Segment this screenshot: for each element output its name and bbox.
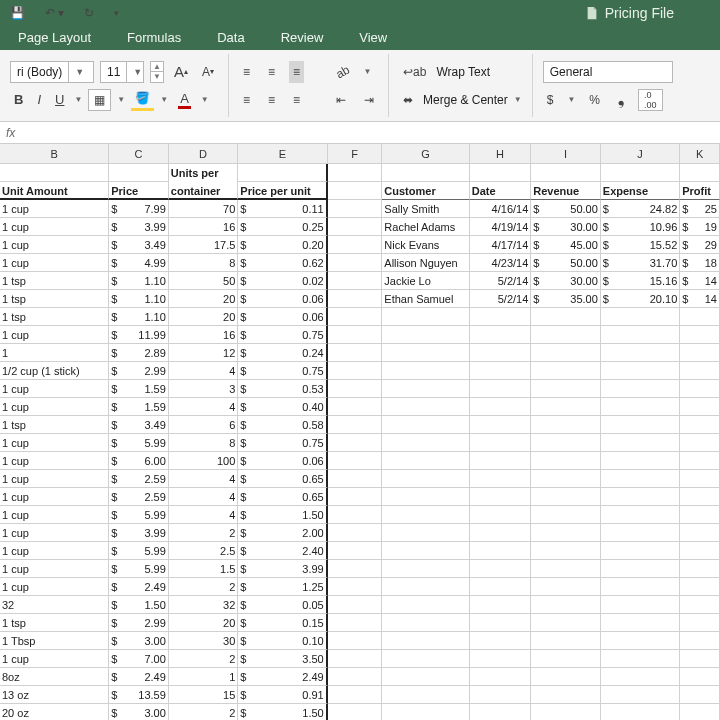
table-row[interactable]: 1 tsp$3.496$0.58 (0, 416, 720, 434)
tab-review[interactable]: Review (263, 26, 342, 50)
col-header[interactable]: D (169, 144, 239, 164)
table-row[interactable]: 1 cup$1.593$0.53 (0, 380, 720, 398)
font-size-combo[interactable]: 11▼ (100, 61, 144, 83)
col-header[interactable]: E (238, 144, 327, 164)
save-icon[interactable]: 💾 (6, 2, 29, 24)
currency-dropdown-icon[interactable]: ▼ (567, 95, 575, 104)
group-alignment: ≡ ≡ ≡ ab ▼ ≡ ≡ ≡ ⇤ ⇥ (229, 54, 389, 117)
italic-button[interactable]: I (33, 89, 45, 111)
table-row[interactable]: 1 cup$2.492$1.25 (0, 578, 720, 596)
table-row[interactable]: 1 cup$2.594$0.65 (0, 488, 720, 506)
align-left-icon[interactable]: ≡ (239, 89, 254, 111)
col-header[interactable]: I (531, 144, 601, 164)
increase-indent-icon[interactable]: ⇥ (360, 89, 378, 111)
column-headers: B C D E F G H I J K (0, 144, 720, 164)
table-row[interactable]: 1 cup$4.998$0.62Allison Nguyen4/23/14$50… (0, 254, 720, 272)
table-row[interactable]: 1 cup$7.002$3.50 (0, 650, 720, 668)
borders-button[interactable]: ▦ (88, 89, 111, 111)
align-center-icon[interactable]: ≡ (264, 89, 279, 111)
decrease-font-icon[interactable]: A▾ (198, 61, 218, 83)
underline-button[interactable]: U (51, 89, 68, 111)
table-row[interactable]: 1 tsp$1.1020$0.06Ethan Samuel5/2/14$35.0… (0, 290, 720, 308)
col-header[interactable]: G (382, 144, 469, 164)
col-header[interactable]: K (680, 144, 720, 164)
align-top-icon[interactable]: ≡ (239, 61, 254, 83)
table-row[interactable]: 1/2 cup (1 stick)$2.994$0.75 (0, 362, 720, 380)
fx-label: fx (6, 126, 15, 140)
table-row[interactable]: 1 Tbsp$3.0030$0.10 (0, 632, 720, 650)
formula-bar[interactable]: fx (0, 122, 720, 144)
table-row[interactable]: 1 cup$5.998$0.75 (0, 434, 720, 452)
ribbon-tabs: Page Layout Formulas Data Review View (0, 26, 720, 50)
decrease-indent-icon[interactable]: ⇤ (332, 89, 350, 111)
table-row[interactable]: 1 cup$5.994$1.50 (0, 506, 720, 524)
comma-button[interactable]: ❟ (614, 89, 628, 111)
tab-formulas[interactable]: Formulas (109, 26, 199, 50)
font-size-stepper[interactable]: ▲▼ (150, 61, 164, 83)
qat-customize-icon[interactable]: ▾ (110, 2, 123, 24)
table-row[interactable]: 1 cup$3.992$2.00 (0, 524, 720, 542)
group-font: ri (Body)▼ 11▼ ▲▼ A▴ A▾ B I U ▼ ▦ ▼ 🪣 ▼ … (0, 54, 229, 117)
merge-icon[interactable]: ⬌ (399, 89, 417, 111)
align-middle-icon[interactable]: ≡ (264, 61, 279, 83)
col-header[interactable]: H (470, 144, 532, 164)
group-number: General $ ▼ % ❟ .0.00 (533, 54, 683, 117)
table-row[interactable]: 1 cup$3.4917.5$0.20Nick Evans4/17/14$45.… (0, 236, 720, 254)
col-header[interactable]: C (109, 144, 169, 164)
currency-button[interactable]: $ (543, 89, 558, 111)
fontcolor-dropdown-icon[interactable]: ▼ (201, 95, 209, 104)
table-row[interactable]: 20 oz$3.002$1.50 (0, 704, 720, 720)
redo-icon[interactable]: ↻ (80, 2, 98, 24)
table-row[interactable]: 1 tsp$2.9920$0.15 (0, 614, 720, 632)
table-row[interactable]: 1 tsp$1.1020$0.06 (0, 308, 720, 326)
table-row[interactable]: 1 tsp$1.1050$0.02Jackie Lo5/2/14$30.00$1… (0, 272, 720, 290)
spreadsheet-grid[interactable]: B C D E F G H I J K Units perUnit Amount… (0, 144, 720, 720)
table-row[interactable]: 1 cup$11.9916$0.75 (0, 326, 720, 344)
font-color-button[interactable]: A (174, 89, 195, 111)
increase-decimal-button[interactable]: .0.00 (638, 89, 663, 111)
bold-button[interactable]: B (10, 89, 27, 111)
fill-dropdown-icon[interactable]: ▼ (160, 95, 168, 104)
table-row[interactable]: 1 cup$1.594$0.40 (0, 398, 720, 416)
orientation-dropdown-icon[interactable]: ▼ (363, 67, 371, 76)
font-name-combo[interactable]: ri (Body)▼ (10, 61, 94, 83)
file-icon (585, 6, 599, 20)
ribbon: ri (Body)▼ 11▼ ▲▼ A▴ A▾ B I U ▼ ▦ ▼ 🪣 ▼ … (0, 50, 720, 122)
fill-color-button[interactable]: 🪣 (131, 89, 154, 111)
borders-dropdown-icon[interactable]: ▼ (117, 95, 125, 104)
table-row[interactable]: 1 cup$5.991.5$3.99 (0, 560, 720, 578)
table-row[interactable]: 13 oz$13.5915$0.91 (0, 686, 720, 704)
window-title: Pricing File (605, 5, 674, 21)
table-row[interactable]: 32$1.5032$0.05 (0, 596, 720, 614)
tab-page-layout[interactable]: Page Layout (0, 26, 109, 50)
wrap-text-button[interactable]: Wrap Text (436, 65, 490, 79)
tab-view[interactable]: View (341, 26, 405, 50)
align-bottom-icon[interactable]: ≡ (289, 61, 304, 83)
table-row[interactable]: 1 cup$3.9916$0.25Rachel Adams4/19/14$30.… (0, 218, 720, 236)
underline-dropdown-icon[interactable]: ▼ (74, 95, 82, 104)
number-format-combo[interactable]: General (543, 61, 673, 83)
merge-dropdown-icon[interactable]: ▼ (514, 95, 522, 104)
percent-button[interactable]: % (585, 89, 604, 111)
increase-font-icon[interactable]: A▴ (170, 61, 192, 83)
table-row[interactable]: 1 cup$7.9970$0.11Sally Smith4/16/14$50.0… (0, 200, 720, 218)
col-header[interactable]: B (0, 144, 109, 164)
table-row[interactable]: 8oz$2.491$2.49 (0, 668, 720, 686)
table-row[interactable]: 1$2.8912$0.24 (0, 344, 720, 362)
undo-icon[interactable]: ↶ ▾ (41, 2, 68, 24)
table-row[interactable]: 1 cup$6.00100$0.06 (0, 452, 720, 470)
table-row[interactable]: 1 cup$5.992.5$2.40 (0, 542, 720, 560)
tab-data[interactable]: Data (199, 26, 262, 50)
align-right-icon[interactable]: ≡ (289, 89, 304, 111)
merge-center-button[interactable]: Merge & Center (423, 93, 508, 107)
wrap-text-icon[interactable]: ↩ab (399, 61, 430, 83)
orientation-icon[interactable]: ab (328, 57, 357, 87)
group-wrap-merge: ↩abWrap Text ⬌Merge & Center ▼ (389, 54, 533, 117)
table-row[interactable]: 1 cup$2.594$0.65 (0, 470, 720, 488)
titlebar: 💾 ↶ ▾ ↻ ▾ Pricing File (0, 0, 720, 26)
col-header[interactable]: J (601, 144, 680, 164)
col-header[interactable]: F (328, 144, 383, 164)
